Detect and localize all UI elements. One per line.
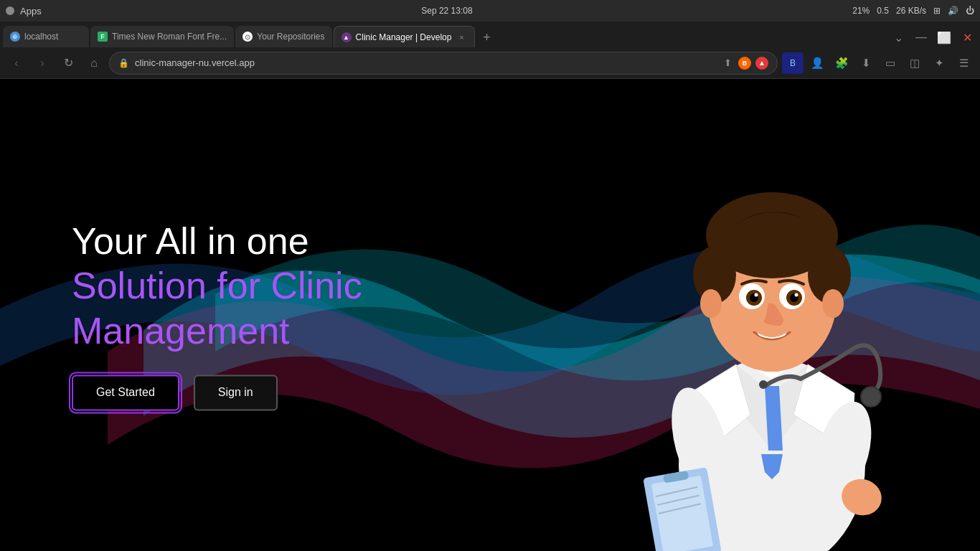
reading-mode-icon[interactable]: ▭ (880, 52, 901, 74)
maximize-button[interactable]: ⬜ (934, 27, 954, 47)
webpage: Your All in one Solution for Clinic Mana… (0, 79, 980, 551)
svg-point-32 (759, 380, 768, 389)
extensions-icon[interactable]: 🧩 (831, 52, 852, 74)
brave-main-icon[interactable]: B (782, 52, 804, 74)
svg-point-12 (822, 289, 844, 318)
tab-favicon-github: ⊙ (242, 32, 253, 42)
menu-button[interactable]: ☰ (953, 52, 974, 74)
tab-favicon-clinic: ▲ (341, 32, 352, 42)
tab-github[interactable]: ⊙ Your Repositories (235, 26, 331, 47)
apps-label: Apps (20, 6, 42, 17)
tab-title-localhost: localhost (24, 32, 82, 42)
os-bar-left: Apps (6, 6, 42, 17)
os-bar: Apps Sep 22 13:08 21% 0.5 26 KB/s ⊞ 🔊 ⏻ (0, 0, 980, 22)
svg-point-19 (755, 293, 758, 297)
svg-point-31 (861, 387, 881, 407)
svg-point-11 (700, 289, 722, 318)
brave-alert-icon[interactable]: ▲ (755, 57, 768, 70)
tab-favicon-localhost: ⊕ (10, 32, 20, 42)
tab-favicon-fontfree: F (98, 32, 108, 42)
power-icon: ⏻ (966, 6, 974, 16)
tab-title-github: Your Repositories (257, 32, 324, 42)
window-dot (6, 6, 14, 15)
tab-close-clinic[interactable]: × (456, 32, 467, 43)
doctor-illustration (564, 92, 980, 551)
sign-in-button[interactable]: Sign in (194, 375, 278, 411)
security-icon: 🔒 (118, 58, 129, 68)
hero-line2: Solution for Clinic (72, 264, 362, 309)
forward-button[interactable]: › (32, 52, 53, 74)
address-bar[interactable]: 🔒 clinic-manager-nu.vercel.app ⬆ B ▲ (109, 52, 778, 75)
layout-icon: ⊞ (933, 6, 941, 16)
tab-title-clinic: Clinic Manager | Develop (356, 32, 452, 42)
back-button[interactable]: ‹ (6, 52, 27, 74)
nav-bar-right: B 👤 🧩 ⬇ ▭ ◫ ✦ ☰ (782, 52, 974, 74)
content-area: Your All in one Solution for Clinic Mana… (72, 219, 362, 410)
address-bar-icons: ⬆ B ▲ (721, 57, 768, 70)
reload-button[interactable]: ↻ (57, 52, 79, 74)
nav-bar: ‹ › ↻ ⌂ 🔒 clinic-manager-nu.vercel.app ⬆… (0, 47, 980, 79)
sidebar-toggle-icon[interactable]: ◫ (904, 52, 925, 74)
profile-icon[interactable]: 👤 (806, 52, 828, 74)
battery-percent: 21% (852, 6, 870, 16)
hero-line1: Your All in one (72, 219, 362, 263)
browser-chrome: ⊕ localhost F Times New Roman Font Fre..… (0, 22, 980, 79)
tab-clinic-manager[interactable]: ▲ Clinic Manager | Develop × (334, 26, 476, 47)
hero-line3: Management (72, 309, 362, 353)
hero-title: Your All in one Solution for Clinic Mana… (72, 219, 362, 353)
brave-shield-icon[interactable]: B (738, 57, 751, 70)
os-bar-center: Sep 22 13:08 (49, 6, 846, 16)
get-started-button[interactable]: Get Started (72, 375, 179, 411)
ai-icon[interactable]: ✦ (928, 52, 950, 74)
cta-buttons: Get Started Sign in (72, 375, 362, 411)
tab-bar-right: ⌄ — ⬜ ✕ (888, 27, 977, 47)
home-button[interactable]: ⌂ (83, 52, 105, 74)
tab-fontfree[interactable]: F Times New Roman Font Fre... (90, 26, 234, 47)
os-bar-right: 21% 0.5 26 KB/s ⊞ 🔊 ⏻ (852, 6, 974, 16)
tab-localhost[interactable]: ⊕ localhost (3, 26, 89, 47)
tab-title-fontfree: Times New Roman Font Fre... (112, 32, 227, 42)
monitor-label: 0.5 (877, 6, 889, 16)
address-text: clinic-manager-nu.vercel.app (135, 57, 715, 68)
tab-bar: ⊕ localhost F Times New Roman Font Fre..… (0, 22, 980, 47)
datetime: Sep 22 13:08 (421, 6, 472, 16)
share-icon[interactable]: ⬆ (721, 57, 734, 70)
download-icon[interactable]: ⬇ (855, 52, 877, 74)
new-tab-button[interactable]: + (476, 27, 496, 47)
svg-point-20 (795, 293, 798, 297)
minimize-button[interactable]: — (911, 27, 931, 47)
audio-icon: 🔊 (948, 6, 958, 16)
close-window-button[interactable]: ✕ (957, 27, 977, 47)
tab-list-button[interactable]: ⌄ (888, 27, 908, 47)
network-label: 26 KB/s (896, 6, 926, 16)
